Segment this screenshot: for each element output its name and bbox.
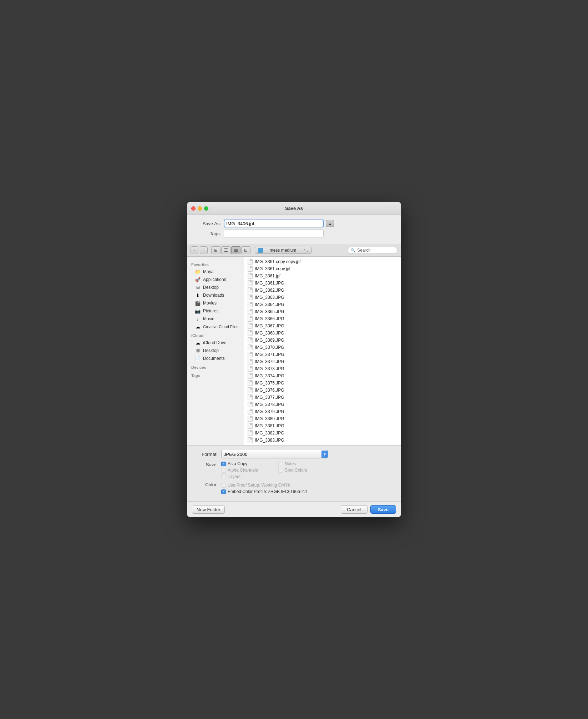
saveas-input[interactable] (224, 220, 324, 227)
file-item[interactable]: IMG_3379.JPG (244, 408, 401, 415)
file-item[interactable]: IMG_3361 copy copy.jpf (244, 258, 401, 265)
notes-checkbox[interactable] (278, 462, 283, 466)
file-item[interactable]: IMG_3373.JPG (244, 365, 401, 372)
sidebar-item-music[interactable]: ♪ Music (188, 315, 242, 323)
column-view-button[interactable]: ▦ (231, 246, 240, 254)
layers-option: Layers (221, 474, 271, 479)
gallery-view-button[interactable]: ⊡ (241, 246, 250, 254)
sidebar-item-desktop[interactable]: 🖥 Desktop (188, 283, 242, 291)
sidebar-item-movies[interactable]: 🎬 Movies (188, 299, 242, 307)
file-name: IMG_3371.JPG (255, 352, 284, 357)
file-item[interactable]: IMG_3382.JPG (244, 429, 401, 437)
format-value: JPEG 2000 (224, 452, 248, 457)
file-icon (248, 266, 253, 272)
maximize-button[interactable] (204, 206, 208, 211)
file-item[interactable]: IMG_3361 copy.jpf (244, 265, 401, 272)
as-a-copy-option: As a Copy (221, 461, 271, 466)
layers-label: Layers (228, 474, 240, 479)
sidebar-item-maya[interactable]: 📁 Maya (188, 268, 242, 276)
sidebar-item-pictures[interactable]: 📷 Pictures (188, 307, 242, 315)
file-icon (248, 373, 253, 379)
minimize-button[interactable] (198, 206, 202, 211)
forward-button[interactable]: › (200, 246, 208, 254)
file-item[interactable]: IMG_3361.jpf (244, 272, 401, 280)
movies-icon: 🎬 (195, 300, 201, 306)
file-name: IMG_3383.JPG (255, 438, 284, 443)
file-item[interactable]: IMG_3366.JPG (244, 315, 401, 322)
saveas-toggle-button[interactable]: ▲ (326, 220, 334, 227)
pictures-icon: 📷 (195, 308, 201, 314)
back-button[interactable]: ‹ (191, 246, 198, 254)
file-item[interactable]: IMG_3369.JPG (244, 337, 401, 344)
spot-colors-checkbox[interactable] (278, 468, 283, 473)
sidebar-item-icloud-drive[interactable]: ☁ iCloud Drive (188, 339, 242, 347)
icloud-icon: ☁ (195, 340, 201, 346)
file-item[interactable]: IMG_3363.JPG (244, 294, 401, 301)
file-icon (248, 409, 253, 414)
file-name: IMG_3362.JPG (255, 288, 284, 293)
sidebar-item-creative-cloud[interactable]: ☁ Creative Cloud Files (188, 323, 242, 331)
layers-checkbox[interactable] (221, 474, 226, 479)
use-proof-setup-checkbox[interactable] (221, 483, 226, 488)
search-input[interactable] (357, 248, 393, 253)
file-item[interactable]: IMG_3364.JPG (244, 301, 401, 308)
tags-section-label: Tags (187, 371, 244, 379)
file-icon (248, 352, 253, 357)
file-item[interactable]: IMG_3376.JPG (244, 387, 401, 394)
format-select[interactable]: JPEG 2000 ▼ (221, 450, 328, 458)
embed-color-profile-label: Embed Color Profile: sRGB IEC61966-2.1 (228, 489, 307, 494)
embed-color-profile-checkbox[interactable] (221, 489, 226, 494)
cancel-button[interactable]: Cancel (341, 505, 367, 514)
file-icon (248, 402, 253, 407)
tags-input[interactable] (224, 230, 324, 237)
file-item[interactable]: IMG_3374.JPG (244, 372, 401, 379)
file-item[interactable]: IMG_3381.JPG (244, 422, 401, 429)
file-icon (248, 295, 253, 300)
file-icon (248, 259, 253, 265)
save-button[interactable]: Save (370, 505, 396, 514)
saveas-row: Save As: ▲ (194, 220, 394, 227)
list-view-button[interactable]: ☰ (221, 246, 230, 254)
file-item[interactable]: IMG_3375.JPG (244, 379, 401, 387)
file-item[interactable]: IMG_3365.JPG (244, 308, 401, 315)
tags-row: Tags: (194, 230, 394, 237)
music-icon: ♪ (195, 316, 201, 322)
sidebar-item-icloud-desktop[interactable]: 🖥 Desktop (188, 347, 242, 355)
file-name: IMG_3382.JPG (255, 431, 284, 436)
sidebar-item-label: Creative Cloud Files (203, 325, 238, 329)
file-item[interactable]: IMG_3380.JPG (244, 415, 401, 422)
sidebar-item-label: Applications (203, 277, 226, 282)
close-button[interactable] (191, 206, 196, 211)
sidebar-item-downloads[interactable]: ⬇ Downloads (188, 291, 242, 299)
location-selector[interactable]: mess medium ⌃⌄ (255, 247, 312, 254)
file-item[interactable]: IMG_3368.JPG (244, 330, 401, 337)
file-item[interactable]: IMG_3378.JPG (244, 401, 401, 408)
file-item[interactable]: IMG_3370.JPG (244, 344, 401, 351)
file-item[interactable]: IMG_3367.JPG (244, 322, 401, 330)
file-icon (248, 330, 253, 336)
file-item[interactable]: IMG_3371.JPG (244, 351, 401, 358)
file-item[interactable]: IMG_3383.JPG (244, 437, 401, 444)
sidebar-item-documents[interactable]: 📄 Documents (188, 355, 242, 362)
file-icon (248, 359, 253, 364)
alpha-channels-label: Alpha Channels (228, 468, 258, 473)
file-icon (248, 366, 253, 372)
sidebar-item-applications[interactable]: 🚀 Applications (188, 276, 242, 283)
file-name: IMG_3378.JPG (255, 402, 284, 407)
toolbar: ‹ › ⊞ ☰ ▦ ⊡ mess medium ⌃⌄ 🔍 (187, 244, 401, 257)
format-row: Format: JPEG 2000 ▼ (193, 450, 395, 458)
file-item[interactable]: IMG_3377.JPG (244, 394, 401, 401)
file-item[interactable]: IMG_3361.JPG (244, 280, 401, 287)
alpha-channels-checkbox[interactable] (221, 468, 226, 473)
new-folder-button[interactable]: New Folder (192, 505, 225, 514)
format-dropdown-arrow: ▼ (321, 451, 328, 458)
icon-view-button[interactable]: ⊞ (211, 246, 220, 254)
as-a-copy-checkbox[interactable] (221, 462, 226, 466)
file-name: IMG_3380.JPG (255, 416, 284, 421)
file-item[interactable]: IMG_3372.JPG (244, 358, 401, 365)
applications-icon: 🚀 (195, 277, 201, 282)
bottom-options: Format: JPEG 2000 ▼ Save: As a Copy Note… (187, 445, 401, 501)
file-item[interactable]: IMG_3362.JPG (244, 287, 401, 294)
sidebar-item-label: Music (203, 316, 214, 321)
desktop-icon: 🖥 (195, 348, 201, 353)
